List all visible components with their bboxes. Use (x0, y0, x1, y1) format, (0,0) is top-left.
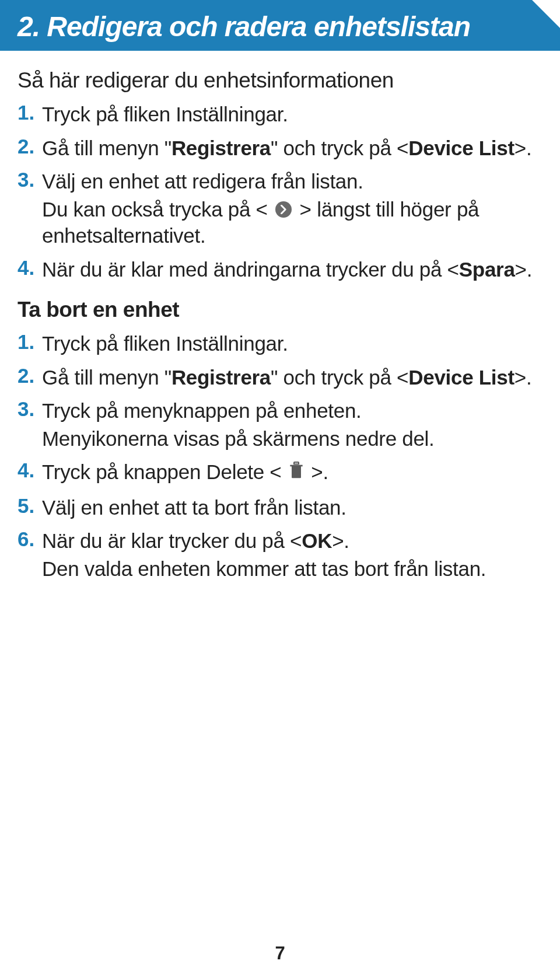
step-text: Gå till menyn "Registrera" och tryck på … (42, 135, 531, 162)
step-text: Tryck på menyknappen på enheten. (42, 397, 362, 424)
trash-icon (289, 459, 303, 485)
list-item: 1. Tryck på fliken Inställningar. (18, 101, 542, 128)
step-number: 2. (18, 135, 36, 158)
step-number: 3. (18, 168, 36, 191)
step-number: 4. (18, 256, 36, 280)
section1-subtitle: Så här redigerar du enhetsinformationen (18, 68, 542, 93)
page-title: 2. Redigera och radera enhetslistan (18, 11, 542, 43)
step-text: Tryck på fliken Inställningar. (42, 330, 288, 357)
step-subtext: Menyikonerna visas på skärmens nedre del… (42, 425, 542, 452)
list-item: 5. Välj en enhet att ta bort från listan… (18, 494, 542, 521)
step-text: Välj en enhet att redigera från listan. (42, 168, 363, 195)
content: Så här redigerar du enhetsinformationen … (0, 51, 560, 582)
step-text: Tryck på fliken Inställningar. (42, 101, 288, 128)
page-number: 7 (275, 943, 285, 964)
page-container: 2. Redigera och radera enhetslistan Så h… (0, 0, 560, 978)
step-text: När du är klar med ändringarna trycker d… (42, 256, 532, 283)
corner-fold (532, 0, 560, 28)
section2-title: Ta bort en enhet (18, 298, 542, 322)
step-number: 3. (18, 397, 36, 421)
chevron-right-icon (275, 201, 292, 218)
step-text: Tryck på knappen Delete < >. (42, 459, 328, 487)
step-text: Välj en enhet att ta bort från listan. (42, 494, 346, 521)
list-item: 2. Gå till menyn "Registrera" och tryck … (18, 364, 542, 391)
step-subtext: Den valda enheten kommer att tas bort fr… (42, 556, 542, 582)
list-item: 4. När du är klar med ändringarna trycke… (18, 256, 542, 283)
step-number: 6. (18, 528, 36, 551)
step-subtext: Du kan också trycka på < > längst till h… (42, 196, 542, 249)
list-item: 3. Välj en enhet att redigera från lista… (18, 168, 542, 195)
list-item: 2. Gå till menyn "Registrera" och tryck … (18, 135, 542, 162)
list-item: 6. När du är klar trycker du på <OK>. (18, 528, 542, 554)
step-number: 2. (18, 364, 36, 387)
step-number: 1. (18, 330, 36, 354)
step-number: 1. (18, 101, 36, 124)
step-text: När du är klar trycker du på <OK>. (42, 528, 349, 554)
step-number: 4. (18, 459, 36, 482)
list-item: 3. Tryck på menyknappen på enheten. (18, 397, 542, 424)
header-bar: 2. Redigera och radera enhetslistan (0, 0, 560, 51)
step-number: 5. (18, 494, 36, 518)
list-item: 4. Tryck på knappen Delete < >. (18, 459, 542, 487)
step-text: Gå till menyn "Registrera" och tryck på … (42, 364, 531, 391)
list-item: 1. Tryck på fliken Inställningar. (18, 330, 542, 357)
